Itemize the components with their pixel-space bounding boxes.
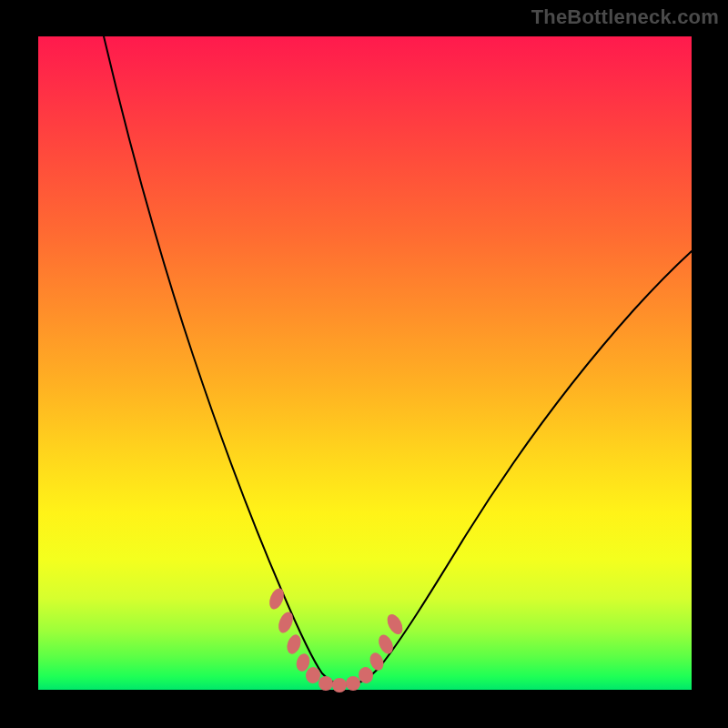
svg-point-5 bbox=[318, 676, 333, 691]
svg-point-11 bbox=[384, 612, 406, 637]
svg-point-6 bbox=[332, 678, 347, 693]
plot-area bbox=[38, 36, 692, 690]
svg-point-0 bbox=[267, 586, 287, 611]
watermark-text: TheBottleneck.com bbox=[531, 5, 719, 29]
chart-stage: TheBottleneck.com bbox=[0, 0, 728, 728]
svg-point-10 bbox=[376, 632, 396, 656]
bottleneck-curve bbox=[104, 36, 692, 685]
svg-point-2 bbox=[285, 632, 304, 655]
curve-svg bbox=[38, 36, 692, 690]
svg-point-7 bbox=[346, 676, 360, 691]
